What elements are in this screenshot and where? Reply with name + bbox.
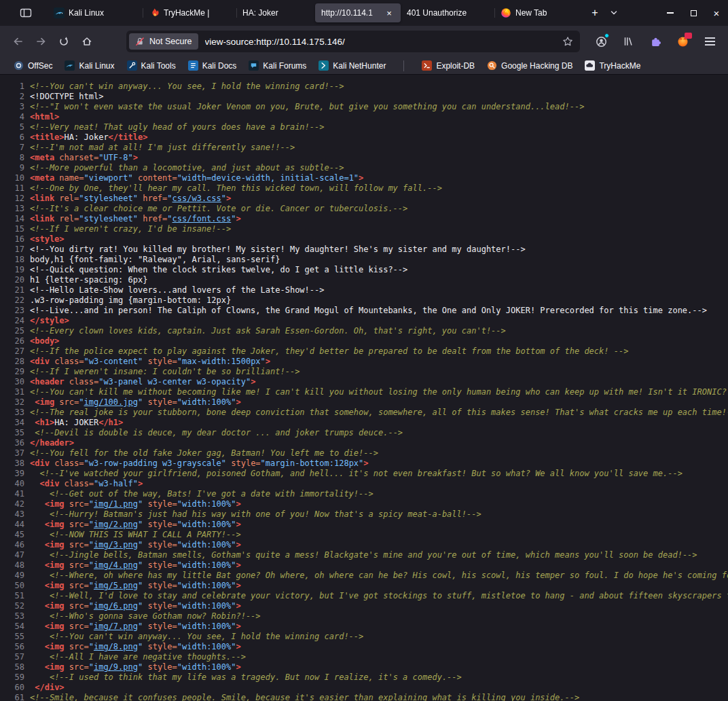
source-text: "width=device-width, initial-scale=1" [177,173,359,183]
back-button[interactable] [7,31,29,52]
source-line: 7<!--I'm not mad at all! I'm just differ… [0,143,728,153]
source-text: > [236,520,241,529]
tab-new-tab[interactable]: New Tab [494,3,585,22]
firefox-logo-icon [500,7,511,18]
proxy-extension-button[interactable] [672,31,693,52]
tab-kali-linux[interactable]: Kali Linux [48,3,143,22]
source-line: 12<link rel="stylesheet" href="css/w3.cs… [0,194,728,204]
tab-close-icon[interactable]: × [384,7,395,18]
account-button[interactable] [591,31,611,52]
bookmark-exploit-db[interactable]: Exploit-DB [416,59,480,72]
close-button[interactable]: × [705,0,728,26]
source-link[interactable]: img/9.png [94,662,138,672]
source-text: <img [45,499,69,509]
source-text: > [226,194,231,203]
source-line: 32 <img src="img/100.jpg" style="width:1… [0,397,728,408]
source-text: <img [45,540,69,550]
source-line: 4<html> [0,112,728,122]
source-text [30,571,50,580]
source-link[interactable]: img/1.png [94,499,138,509]
forward-arrow-icon [35,36,47,47]
new-tab-button[interactable]: + [585,3,604,22]
source-text: <!--Devil is double is deuce, my dear do… [35,428,403,437]
library-button[interactable] [618,31,638,52]
bookmark-tryhackme[interactable]: TryHackMe [579,59,646,72]
source-text: name= [59,173,84,183]
source-line: 40 <div class="w3-half"> [0,479,728,489]
source-text: style= [147,397,177,407]
source-text: " [79,397,84,407]
bookmark-kali-tools[interactable]: Kali Tools [122,59,181,72]
source-text: " [89,581,94,590]
tryhackme-icon [585,60,595,71]
line-number: 48 [0,560,30,571]
kali-nethunter-icon [318,60,329,71]
source-line: 8<meta charset="UTF-8"> [0,153,728,163]
source-link[interactable]: img/4.png [94,560,138,570]
kali-tools-icon [127,60,137,71]
bookmark-offsec[interactable]: OffSec [8,59,58,72]
reload-button[interactable] [53,31,75,52]
source-text: "width:100%" [177,581,236,590]
source-link[interactable]: img/5.png [94,581,138,590]
source-text: HA: Joker [65,132,109,142]
source-text: charset= [59,153,98,162]
source-text: "width:100%" [177,520,236,529]
source-text: rel= [59,194,79,203]
url-bar[interactable]: Not Secure view-source:http://10.114.175… [126,31,580,52]
bookmark-google-hacking-db[interactable]: Google Hacking DB [481,59,578,72]
source-text: <!--If I weren't crazy, I'd be insane!--… [30,224,231,234]
source-text: <!--Live...and in person! The Caliph of … [30,306,707,315]
source-link[interactable]: img/6.png [94,601,138,611]
source-link[interactable]: css/font.css [172,214,232,223]
source-line: 22.w3-row-padding img {margin-bottom: 12… [0,295,728,306]
bookmark-kali-linux[interactable]: Kali Linux [59,59,120,72]
bookmark-kali-docs[interactable]: Kali Docs [183,59,242,72]
bookmark-kali-forums[interactable]: Kali Forums [243,59,312,72]
source-text: class= [65,479,94,488]
tab-list-button[interactable] [604,3,623,22]
source-line: 28<div class="w3-content" style="max-wid… [0,357,728,367]
source-link[interactable]: img/8.png [94,642,138,651]
line-number: 56 [0,642,30,652]
source-link[interactable]: img/7.png [94,622,138,631]
source-text: <!--Jingle bells, Batman smells, Gotham'… [50,550,697,560]
line-number: 37 [0,448,30,459]
source-link[interactable]: img/2.png [94,520,138,529]
source-text: HA: JOKER [54,418,98,427]
source-text: <!--Hello Late-Show lovers...and lovers … [30,285,324,295]
bookmark-label: Kali Linux [79,61,114,71]
source-link[interactable]: img/100.jpg [84,397,138,407]
source-link[interactable]: img/3.png [94,540,138,550]
source-link[interactable]: css/w3.css [172,194,221,203]
source-line: 31<!--You can't kill me without becoming… [0,387,728,397]
source-text: " [89,540,94,550]
tab-label: TryHackMe | [164,8,230,18]
home-button[interactable] [76,31,98,52]
tab-label: New Tab [515,8,579,18]
source-text: <!--Quick question: When the clock strik… [30,265,407,274]
maximize-button[interactable] [682,0,705,26]
source-line: 27<!--If the police expect to play again… [0,346,728,357]
tab-view-source-active[interactable]: http://10.114.1 × [315,3,401,22]
url-text[interactable]: view-source:http://10.114.175.146/ [205,37,556,47]
source-text: "width:100%" [177,622,236,631]
menu-button[interactable] [699,31,720,52]
source-text: " [167,194,172,203]
line-number: 44 [0,520,30,530]
tab-label: Kali Linux [69,8,136,18]
extension-puzzle-button[interactable] [645,31,666,52]
source-text: " [89,601,94,611]
security-chip[interactable]: Not Secure [129,33,198,50]
tab-401-unauthorized[interactable]: 401 Unauthorize [401,3,494,22]
minimize-button[interactable] [659,0,682,26]
firefox-view-button[interactable] [14,3,38,22]
bookmark-kali-nethunter[interactable]: Kali NetHunter [313,59,391,72]
tab-ha-joker[interactable]: HA: Joker [236,3,315,22]
source-text: "width:100%" [177,601,236,611]
source-text: "margin-bottom:128px" [261,459,364,468]
forward-button[interactable] [30,31,52,52]
bookmark-star-icon[interactable] [562,36,573,47]
tab-tryhackme[interactable]: TryHackMe | [143,3,236,22]
source-line: 15<!--If I weren't crazy, I'd be insane!… [0,224,728,234]
